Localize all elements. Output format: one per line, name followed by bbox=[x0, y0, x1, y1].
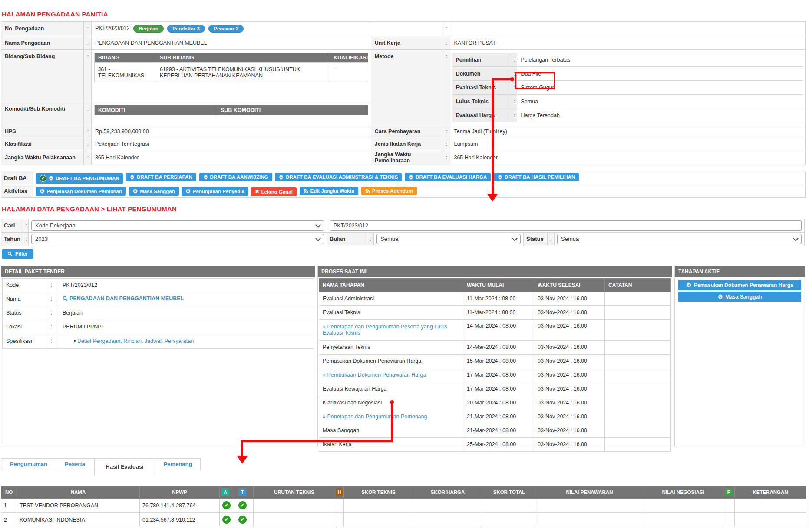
komoditi-label: Komoditi/Sub Komoditi bbox=[1, 102, 84, 125]
lokasi-value: PERUM LPPNPI bbox=[59, 320, 314, 334]
edit-jangka-waktu-button[interactable]: Edit Jangka Waktu bbox=[300, 187, 359, 195]
sub-bidang-value: 61993 - AKTIVITAS TELEKOMUNIKASI KHUSUS … bbox=[156, 63, 330, 82]
tab-peserta[interactable]: Peserta bbox=[62, 461, 88, 467]
filter-button[interactable]: Filter bbox=[2, 249, 33, 259]
check-icon: ✔ bbox=[40, 175, 46, 182]
tab-pengumuman[interactable]: Pengumuman bbox=[7, 461, 50, 467]
masa-sanggah-tahap-button[interactable]: ⚙ Masa Sanggah bbox=[678, 292, 801, 302]
proses-row-link[interactable]: » Pembukaan Dokumen Penawaran Harga17-Ma… bbox=[319, 368, 671, 382]
row-no: 1 bbox=[1, 498, 17, 512]
jangka-pelaksanaan-label: Jangka Waktu Pelaksanaan bbox=[1, 150, 84, 165]
status-select[interactable]: Semua bbox=[557, 234, 802, 244]
page-title: HALAMAN PENGADAAN PANITIA bbox=[2, 0, 809, 18]
proses-row: Pemasukan Dokumen Penawaran Harga15-Mar-… bbox=[319, 354, 671, 368]
komoditi-col-header: KOMODITI bbox=[94, 105, 217, 115]
jangka-pelaksanaan-value: 365 Hari Kalender bbox=[91, 150, 371, 165]
draft-ba-persiapan-button[interactable]: DRAFT BA PERSIAPAN bbox=[126, 173, 196, 181]
nama-label: Nama bbox=[3, 292, 47, 306]
kualifikasi-value: - bbox=[330, 63, 368, 82]
cara-pembayaran-label: Cara Pembayaran bbox=[371, 125, 442, 138]
pemilihan-value: Pelelangan Terbatas bbox=[517, 53, 803, 67]
badge-p: P bbox=[725, 488, 733, 496]
tab-pemenang[interactable]: Pemenang bbox=[161, 461, 195, 467]
jangka-pemeliharaan-label: Jangka Waktu Pemeliharaan bbox=[371, 150, 442, 165]
status-label: Status bbox=[524, 232, 548, 246]
jenis-ikatan-label: Jenis Ikatan Kerja bbox=[371, 138, 442, 150]
search-icon bbox=[7, 251, 13, 256]
draft-ba-evaluasi-harga-button[interactable]: DRAFT BA EVALUASI HARGA bbox=[405, 173, 491, 181]
dokumen-label: Dokumen bbox=[452, 67, 510, 81]
proses-row-link[interactable]: » Penetapan dan Pengumuman Pemenang21-Ma… bbox=[319, 410, 671, 424]
procurement-info-table: No. Pengadaan PKT/2023/012 Berjalan Pend… bbox=[1, 21, 806, 165]
col-skor-teknis: SKOR TEKNIS bbox=[344, 486, 413, 498]
komoditi-table: KOMODITI SUB KOMODITI bbox=[94, 105, 368, 115]
draft-ba-pengumuman-button[interactable]: ✔ DRAFT BA PENGUMUMAN bbox=[36, 173, 123, 184]
col-npwp: NPWP bbox=[140, 486, 220, 498]
badge-a: A bbox=[221, 488, 229, 496]
proses-table: NAMA TAHAPAN WAKTU MULAI WAKTU SELESAI C… bbox=[319, 278, 671, 452]
tab-hasil-evaluasi[interactable]: Hasil Evaluasi bbox=[94, 458, 155, 475]
rss-icon bbox=[365, 188, 370, 193]
tab-group-right: Pemenang bbox=[155, 458, 201, 470]
sub-komoditi-col-header: SUB KOMODITI bbox=[217, 105, 368, 115]
no-pengadaan-value: PKT/2023/012 bbox=[95, 25, 130, 31]
bidang-col-header: BIDANG bbox=[94, 53, 156, 63]
hps-label: HPS bbox=[1, 125, 84, 138]
col-skor-total: SKOR TOTAL bbox=[482, 486, 536, 498]
panels-row: DETAIL PAKET TENDER Kode : PKT/2023/012 … bbox=[1, 266, 809, 447]
tab-group-left: Pengumuman Peserta bbox=[1, 458, 94, 470]
proses-row: Evaluasi Teknis11-Mar-2024 : 08.0003-Nov… bbox=[319, 305, 671, 319]
nama-pengadaan-label: Nama Pengadaan bbox=[1, 36, 84, 50]
status-paket-value: Berjalan bbox=[59, 306, 314, 320]
pemilihan-label: Pemilihan bbox=[452, 53, 510, 67]
cari-by-select[interactable]: Kode Pekerjaan bbox=[31, 220, 324, 231]
jangka-pemeliharaan-value: 365 Hari Kalender bbox=[450, 150, 806, 165]
vendor-npwp: 01.234.567.8-910.112 bbox=[140, 512, 220, 527]
penjelasan-dokumen-button[interactable]: ⚙ Penjelasan Dokumen Pemilihan bbox=[36, 187, 126, 196]
lelang-gagal-button[interactable]: ✖ Lelang Gagal bbox=[251, 187, 296, 196]
unit-kerja-value: KANTOR PUSAT bbox=[450, 36, 806, 50]
evaluasi-teknis-label: Evaluasi Teknis bbox=[452, 81, 510, 95]
pemasukan-dokumen-button[interactable]: ⚙ Pemasukan Dokumen Penawaran Harga bbox=[678, 280, 801, 290]
bulan-select[interactable]: Semua bbox=[376, 234, 521, 244]
bidang-label: Bidang/Sub Bidang bbox=[1, 50, 84, 102]
vendor-name: KOMUNIKASI INDONESIA bbox=[17, 512, 140, 527]
lokasi-label: Lokasi bbox=[3, 320, 47, 334]
cari-label: Cari bbox=[1, 219, 23, 232]
kode-label: Kode bbox=[3, 278, 47, 292]
bidang-table: BIDANG SUB BIDANG KUALIFIKASI J61 - TELE… bbox=[94, 53, 368, 82]
check-circle-icon: ✔ bbox=[238, 516, 247, 524]
detail-paket-panel: DETAIL PAKET TENDER Kode : PKT/2023/012 … bbox=[1, 266, 315, 447]
col-p: P bbox=[723, 486, 735, 498]
klasifikasi-label: Klasifikasi bbox=[1, 138, 84, 150]
proses-row-link[interactable]: » Penetapan dan Pengumuman Peserta yang … bbox=[319, 319, 671, 340]
col-skor-harga: SKOR HARGA bbox=[413, 486, 482, 498]
x-icon: ✖ bbox=[255, 189, 259, 194]
proses-panel: PROSES SAAT INI NAMA TAHAPAN WAKTU MULAI… bbox=[317, 266, 672, 447]
metode-table: Pemilihan Pelelangan Terbatas Dokumen Du… bbox=[452, 53, 803, 122]
draft-ba-evaluasi-administrasi-button[interactable]: DRAFT BA EVALUASI ADMINSTRASI & TEKNIS bbox=[275, 173, 402, 181]
no-pengadaan-label: No. Pengadaan bbox=[1, 22, 84, 36]
badge-t: T bbox=[238, 488, 246, 496]
penunjukan-penyedia-button[interactable]: ⚙ Penunjukan Penyedia bbox=[182, 187, 248, 196]
printer-icon bbox=[409, 175, 413, 180]
draft-ba-aanwijzing-button[interactable]: DRAFT BA AANWIJZING bbox=[199, 173, 272, 181]
paket-name-link[interactable]: PENGADAAN DAN PENGGANTIAN MEUBEL bbox=[63, 296, 184, 302]
draft-ba-hasil-pemilihan-button[interactable]: DRAFT BA HASIL PEMILIHAN bbox=[494, 173, 579, 181]
proses-row: Klarifikasi dan Negosiasi20-Mar-2024 : 0… bbox=[319, 396, 671, 410]
vendor-row: 2 KOMUNIKASI INDONESIA 01.234.567.8-910.… bbox=[1, 512, 806, 527]
nama-pengadaan-value: PENGADAAN DAN PENGGANTIAN MEUBEL bbox=[91, 36, 371, 50]
proses-row: Evaluasi Administrasi11-Mar-2024 : 08.00… bbox=[319, 292, 671, 305]
gears-icon: ⚙ bbox=[40, 188, 45, 194]
col-waktu-mulai: WAKTU MULAI bbox=[463, 278, 534, 292]
spesifikasi-link[interactable]: Detail Pengadaan, Rincian, Jadwal, Persy… bbox=[77, 338, 194, 344]
evaluasi-harga-label: Evaluasi Harga bbox=[452, 108, 510, 122]
proses-adendum-button[interactable]: Proses Adendum bbox=[361, 187, 417, 195]
search-code-input[interactable] bbox=[330, 220, 802, 231]
status-paket-label: Status bbox=[3, 306, 47, 320]
tahun-select[interactable]: 2023 bbox=[31, 234, 324, 244]
masa-sanggah-button[interactable]: ⚙ Masa Sanggah bbox=[129, 187, 178, 196]
jenis-ikatan-value: Lumpsum bbox=[450, 138, 806, 150]
rss-icon bbox=[304, 188, 308, 193]
proses-row: Ikatan Kerja25-Mar-2024 : 08.0003-Nov-20… bbox=[319, 437, 671, 451]
